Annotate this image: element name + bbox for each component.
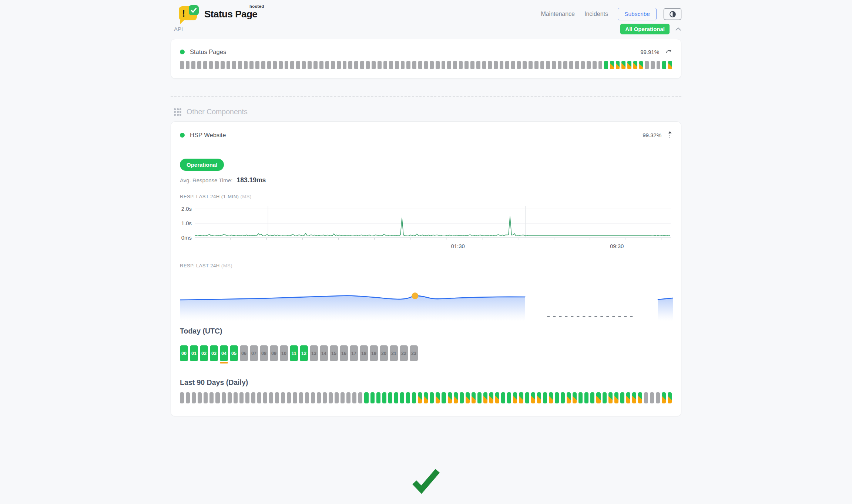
daily-bar[interactable]: [222, 392, 226, 403]
uptime-bar[interactable]: [540, 61, 544, 69]
uptime-bar[interactable]: [610, 61, 614, 69]
subscribe-button[interactable]: Subscribe: [618, 8, 657, 20]
daily-bar[interactable]: [543, 392, 547, 403]
uptime-bar[interactable]: [186, 61, 190, 69]
nav-maintenance[interactable]: Maintenance: [541, 11, 575, 17]
daily-bar[interactable]: [477, 392, 482, 403]
uptime-bar[interactable]: [558, 61, 562, 69]
uptime-bar[interactable]: [552, 61, 556, 69]
daily-bar[interactable]: [489, 392, 493, 403]
daily-bar[interactable]: [412, 392, 416, 403]
daily-bar[interactable]: [549, 392, 553, 403]
uptime-bar[interactable]: [604, 61, 608, 69]
daily-bar[interactable]: [656, 392, 660, 403]
uptime-bar[interactable]: [389, 61, 393, 69]
daily-bar[interactable]: [662, 392, 666, 403]
daily-bar[interactable]: [448, 392, 452, 403]
daily-bar[interactable]: [263, 392, 267, 403]
daily-bar[interactable]: [382, 392, 386, 403]
uptime-bar[interactable]: [366, 61, 370, 69]
uptime-bar[interactable]: [313, 61, 318, 69]
uptime-bar[interactable]: [261, 61, 265, 69]
daily-bar[interactable]: [400, 392, 404, 403]
daily-bar[interactable]: [352, 392, 356, 403]
daily-bar[interactable]: [341, 392, 345, 403]
daily-bar[interactable]: [424, 392, 428, 403]
hour-cell-21[interactable]: 21: [390, 345, 398, 361]
uptime-bar[interactable]: [383, 61, 388, 69]
uptime-bar[interactable]: [285, 61, 289, 69]
uptime-bar[interactable]: [209, 61, 213, 69]
daily-bar[interactable]: [192, 392, 196, 403]
daily-bar[interactable]: [364, 392, 368, 403]
uptime-bar[interactable]: [616, 61, 620, 69]
uptime-bar[interactable]: [215, 61, 219, 69]
uptime-bar[interactable]: [203, 61, 207, 69]
uptime-bar[interactable]: [238, 61, 242, 69]
daily-bar[interactable]: [335, 392, 339, 403]
uptime-bar[interactable]: [534, 61, 539, 69]
hour-cell-20[interactable]: 20: [380, 345, 388, 361]
hour-cell-15[interactable]: 15: [330, 345, 338, 361]
daily-bar[interactable]: [472, 392, 476, 403]
daily-bar[interactable]: [394, 392, 398, 403]
daily-bar[interactable]: [650, 392, 654, 403]
uptime-bar[interactable]: [401, 61, 405, 69]
daily-bar[interactable]: [573, 392, 577, 403]
daily-bar[interactable]: [578, 392, 583, 403]
uptime-bar[interactable]: [372, 61, 376, 69]
uptime-bar[interactable]: [267, 61, 271, 69]
all-operational-badge[interactable]: All Operational: [620, 24, 670, 34]
uptime-bar[interactable]: [494, 61, 498, 69]
uptime-bar[interactable]: [488, 61, 492, 69]
daily-bar[interactable]: [311, 392, 315, 403]
daily-bar[interactable]: [239, 392, 244, 403]
uptime-bar[interactable]: [500, 61, 504, 69]
uptime-bar[interactable]: [581, 61, 585, 69]
daily-bar[interactable]: [513, 392, 517, 403]
daily-bar[interactable]: [466, 392, 470, 403]
hour-cell-08[interactable]: 08: [260, 345, 268, 361]
uptime-bar[interactable]: [424, 61, 428, 69]
uptime-bar[interactable]: [464, 61, 469, 69]
daily-bar[interactable]: [620, 392, 624, 403]
nav-incidents[interactable]: Incidents: [584, 11, 608, 17]
uptime-bar[interactable]: [343, 61, 347, 69]
daily-bar[interactable]: [454, 392, 458, 403]
daily-bar[interactable]: [442, 392, 446, 403]
daily-bar[interactable]: [584, 392, 588, 403]
uptime-bar[interactable]: [662, 61, 666, 69]
uptime-bar[interactable]: [290, 61, 294, 69]
component-row[interactable]: Status Pages 99.91%: [180, 48, 672, 55]
daily-bar[interactable]: [555, 392, 559, 403]
daily-bar[interactable]: [436, 392, 440, 403]
uptime-bar[interactable]: [575, 61, 579, 69]
daily-bar[interactable]: [204, 392, 208, 403]
uptime-bar[interactable]: [668, 61, 672, 69]
daily-bar[interactable]: [323, 392, 327, 403]
uptime-bar[interactable]: [621, 61, 625, 69]
hour-cell-06[interactable]: 06: [240, 345, 248, 361]
uptime-bar[interactable]: [227, 61, 231, 69]
uptime-bar[interactable]: [517, 61, 521, 69]
daily-bar[interactable]: [215, 392, 219, 403]
uptime-bar[interactable]: [436, 61, 440, 69]
daily-bar[interactable]: [346, 392, 350, 403]
daily-bar[interactable]: [507, 392, 511, 403]
daily-bar[interactable]: [287, 392, 291, 403]
daily-bar[interactable]: [561, 392, 565, 403]
uptime-bar[interactable]: [645, 61, 649, 69]
uptime-bar[interactable]: [442, 61, 446, 69]
daily-bar[interactable]: [251, 392, 255, 403]
daily-bar[interactable]: [531, 392, 535, 403]
hour-cell-02[interactable]: 02: [200, 345, 208, 361]
daily-bar[interactable]: [257, 392, 261, 403]
uptime-bar[interactable]: [546, 61, 550, 69]
daily-bar[interactable]: [209, 392, 214, 403]
daily-bar[interactable]: [305, 392, 309, 403]
daily-bar[interactable]: [460, 392, 464, 403]
uptime-bar[interactable]: [593, 61, 597, 69]
uptime-bar[interactable]: [302, 61, 306, 69]
uptime-bar[interactable]: [273, 61, 277, 69]
collapse-section-button[interactable]: [675, 27, 681, 31]
